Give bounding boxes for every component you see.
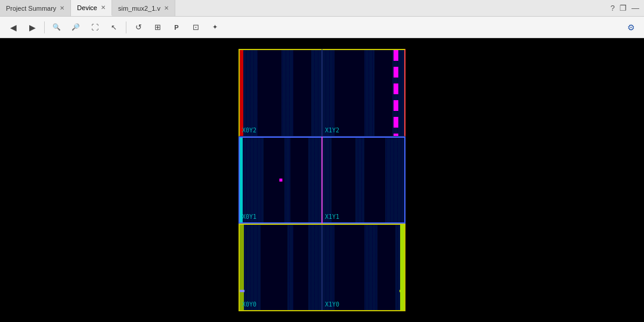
tab-sim-mux-close[interactable]: ✕ (164, 5, 169, 11)
small-mark-x1y0 (400, 290, 404, 292)
auto-button[interactable]: ✦ (206, 20, 223, 35)
select-button[interactable]: ↖ (106, 20, 122, 35)
tile-x0y0-label: X0Y0 (242, 301, 256, 308)
help-icon[interactable]: ? (611, 4, 615, 13)
forward-button[interactable]: ▶ (24, 20, 41, 35)
tile-x1y0[interactable]: X1Y0 (322, 224, 405, 311)
dark-band-6 (290, 138, 308, 223)
tab-project-summary-label: Project Summary (6, 5, 56, 12)
zoom-in-button[interactable]: 🔍 (48, 20, 65, 35)
grid-button[interactable]: ⊞ (149, 20, 166, 35)
dark-band-3 (335, 50, 364, 136)
toolbar-separator-1 (44, 21, 45, 33)
tab-bar: Project Summary ✕ Device ✕ sim_mux2_1.v … (0, 0, 644, 17)
tab-sim-mux-label: sim_mux2_1.v (118, 5, 160, 12)
yellow-bar-right-x1y0 (400, 224, 404, 310)
tile-x0y1-label: X0Y1 (242, 213, 256, 220)
toolbar: ◀ ▶ 🔍 🔎 ⛶ ↖ ↺ ⊞ P ⊡ ✦ ⚙ (0, 17, 644, 38)
yellow-bar-x0y0 (240, 224, 244, 310)
tile-x0y2[interactable]: X0Y2 (239, 49, 322, 137)
tab-project-summary-close[interactable]: ✕ (60, 5, 64, 11)
main-canvas[interactable]: X0Y2 X1Y2 X0Y1 X1Y1 (0, 38, 644, 322)
magenta-dot-x0y1 (279, 178, 282, 181)
small-mark-x0y0 (240, 290, 244, 292)
tile-x1y1[interactable]: X1Y1 (322, 137, 405, 224)
dark-band-4 (374, 50, 392, 136)
tile-grid: X0Y2 X1Y2 X0Y1 X1Y1 (239, 49, 405, 311)
dark-band-7 (332, 138, 355, 223)
tab-right-actions: ? ❐ — (611, 4, 644, 13)
device-view: X0Y2 X1Y2 X0Y1 X1Y1 (239, 49, 405, 311)
tab-device[interactable]: Device ✕ (71, 0, 112, 16)
tile-x1y2-label: X1Y2 (325, 127, 339, 134)
tile-x1y1-label: X1Y1 (325, 213, 339, 220)
back-button[interactable]: ◀ (5, 20, 21, 35)
red-bar-x0y2 (240, 50, 243, 136)
tile-x0y2-label: X0Y2 (242, 127, 256, 134)
dark-band-11 (335, 224, 364, 310)
tab-project-summary[interactable]: Project Summary ✕ (0, 0, 71, 16)
dark-band-12 (377, 224, 395, 310)
restore-icon[interactable]: ❐ (620, 4, 627, 13)
minimize-icon[interactable]: — (631, 4, 639, 13)
settings-button[interactable]: ⚙ (623, 20, 639, 35)
magenta-dashes-x1y2 (394, 50, 398, 136)
tile-x1y0-label: X1Y0 (325, 301, 339, 308)
fit-button[interactable]: ⛶ (86, 20, 103, 35)
dark-band-2 (293, 50, 311, 136)
toolbar-separator-2 (126, 21, 126, 33)
tile-x1y2[interactable]: X1Y2 (322, 49, 405, 137)
dark-band-9 (261, 224, 287, 310)
dark-band-8 (364, 138, 385, 223)
route-button[interactable]: ↺ (130, 20, 147, 35)
cyan-bar-x0y1 (240, 138, 243, 223)
dark-band-1 (258, 50, 281, 136)
zoom-out-button[interactable]: 🔎 (67, 20, 84, 35)
place-button[interactable]: P (168, 20, 185, 35)
dark-band-10 (293, 224, 308, 310)
tile-x0y1[interactable]: X0Y1 (239, 137, 322, 224)
tab-sim-mux[interactable]: sim_mux2_1.v ✕ (112, 0, 175, 16)
tab-device-close[interactable]: ✕ (101, 4, 106, 11)
view-button[interactable]: ⊡ (187, 20, 204, 35)
toolbar-right: ⚙ (623, 20, 639, 35)
tile-x0y0[interactable]: X0Y0 (239, 224, 322, 311)
tab-device-label: Device (77, 4, 97, 11)
